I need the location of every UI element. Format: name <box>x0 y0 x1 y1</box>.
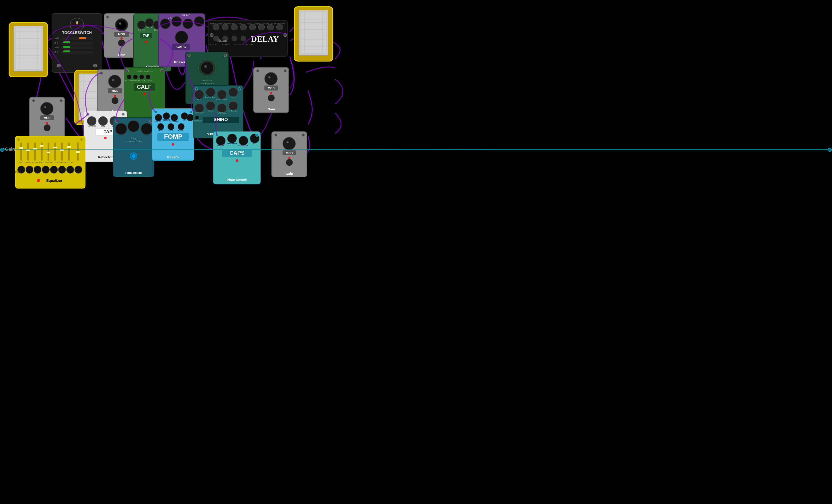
svg-text:MOD: MOD <box>118 33 125 36</box>
svg-point-293 <box>58 166 66 173</box>
svg-rect-273 <box>53 147 57 148</box>
svg-point-249 <box>236 159 238 162</box>
svg-point-113 <box>32 99 35 102</box>
svg-point-160 <box>206 94 208 96</box>
svg-point-226 <box>217 104 226 113</box>
pedal-floaty[interactable]: floaty modulation/delay remaincalm <box>113 118 154 177</box>
svg-text:avocado: avocado <box>202 79 212 81</box>
svg-point-45 <box>145 19 154 27</box>
svg-point-55 <box>160 19 170 29</box>
pedal-mod-gain-lc[interactable]: MOD Gain <box>97 70 132 115</box>
svg-point-114 <box>60 99 62 102</box>
svg-rect-268 <box>41 142 43 161</box>
svg-point-107 <box>41 102 53 115</box>
svg-text:BLEND: BLEND <box>255 23 261 25</box>
svg-point-42 <box>134 16 137 18</box>
svg-rect-19 <box>61 37 93 40</box>
svg-rect-106 <box>29 97 64 142</box>
svg-point-165 <box>268 76 270 79</box>
pedal-avocado[interactable]: avocado stutter/glitch remaincalm <box>186 52 229 104</box>
svg-point-181 <box>104 137 107 139</box>
svg-text:OFF: OFF <box>54 51 59 53</box>
pedal-phaser[interactable]: LFO SPREAD CAPS Phaser II <box>158 13 205 67</box>
svg-rect-163 <box>254 67 289 113</box>
svg-point-259 <box>275 134 277 136</box>
svg-text:DAMPING: DAMPING <box>227 142 237 144</box>
delay-brand: Bollie <box>217 38 227 43</box>
svg-point-69 <box>249 24 256 30</box>
mod-gain-lc-label: Gain <box>111 110 119 113</box>
svg-point-218 <box>217 90 226 99</box>
svg-text:LOWCUT: LOWCUT <box>195 112 204 114</box>
svg-rect-278 <box>77 142 79 161</box>
svg-rect-62 <box>172 44 190 50</box>
svg-rect-26 <box>63 51 70 52</box>
svg-text:DAMPING: DAMPING <box>170 120 178 122</box>
svg-point-85 <box>284 33 287 37</box>
phaser-label: Phaser II <box>174 60 188 64</box>
mod-gain-left-label: Gain <box>43 137 51 140</box>
svg-rect-23 <box>61 46 93 49</box>
svg-rect-215 <box>193 85 243 138</box>
svg-rect-64 <box>208 20 288 57</box>
pedal-fomp[interactable]: DECAY 1 DECAY 2 DAMPING MIX FREQ FREQ RO… <box>152 109 194 161</box>
svg-text:TAP 1: TAP 1 <box>237 23 242 25</box>
svg-point-173 <box>87 116 96 125</box>
svg-point-156 <box>201 61 213 74</box>
svg-text:LCT ON: LCT ON <box>209 44 217 46</box>
pedal-equalizer[interactable]: 100.00 200.00 400.00 1000.00 2000.00 600… <box>15 136 85 188</box>
svg-rect-139 <box>124 67 165 127</box>
eq-label: Equalizer <box>46 179 62 183</box>
svg-point-81 <box>223 36 228 41</box>
svg-text:CUT TEMP: CUT TEMP <box>244 44 254 46</box>
svg-rect-269 <box>40 145 44 147</box>
svg-point-254 <box>286 141 289 143</box>
pedal-mod-gain-rb[interactable]: MOD Gain <box>272 132 307 177</box>
svg-point-155 <box>199 59 216 77</box>
svg-text:CAPS: CAPS <box>230 150 245 156</box>
svg-rect-247 <box>222 150 252 157</box>
svg-point-111 <box>46 122 48 124</box>
svg-text:USER TEMPO: USER TEMPO <box>223 23 235 25</box>
svg-text:WET: WET <box>112 125 116 127</box>
pedal-mod-gain-right[interactable]: MOD Gain <box>254 67 289 113</box>
svg-rect-3 <box>16 28 41 69</box>
svg-point-137 <box>100 72 103 75</box>
svg-text:SHIRO: SHIRO <box>213 117 228 122</box>
svg-text:12000.00: 12000.00 <box>58 161 66 163</box>
pedal-shiro[interactable]: DECAY PREDELAY EARLY-REF MIX LOWCUT TONE… <box>192 85 243 138</box>
pedal-mod-gain-left[interactable]: MOD Gain <box>29 97 64 142</box>
svg-text:DEPTH: DEPTH <box>138 29 145 31</box>
svg-point-260 <box>302 134 305 136</box>
svg-point-224 <box>195 104 204 113</box>
svg-text:OFF: OFF <box>54 41 59 44</box>
svg-point-242 <box>250 134 259 143</box>
pedal-calf-envelope[interactable]: LDRfilter Bandpass INPUT GAIN RESPONSE A… <box>124 67 165 127</box>
svg-point-161 <box>188 54 190 57</box>
svg-point-227 <box>229 101 238 110</box>
svg-text:OFF: OFF <box>54 37 59 40</box>
svg-text:INTERVAL: INTERVAL <box>217 112 227 114</box>
svg-text:MOD/E: MOD/E <box>234 44 241 46</box>
svg-point-68 <box>240 24 246 30</box>
pedal-tremolo[interactable]: DEPTH RATE LEVEL TAP Tremolo <box>134 13 171 71</box>
svg-point-39 <box>121 37 123 39</box>
fomp-label: Reverb <box>167 155 179 159</box>
pedal-tap-reflector[interactable]: LENGTH DRY WET TAP Reflector <box>84 111 127 162</box>
svg-point-214 <box>190 111 193 113</box>
svg-point-35 <box>117 20 126 29</box>
pedal-mod-gain-top[interactable]: MOD Gain <box>104 13 139 58</box>
svg-point-192 <box>115 120 118 122</box>
svg-rect-43 <box>134 13 171 71</box>
audio-block-center <box>75 70 112 124</box>
pedal-delay[interactable]: TEMPO/MODE USER TEMPO TAP 1 TAP 2 BLEND … <box>208 20 288 57</box>
pedal-caps-plate-reverb[interactable]: DECAY DAMPING LOWPASS MIX CAPS Plate Rev… <box>213 132 260 184</box>
svg-text:ROOMSIZE: ROOMSIZE <box>192 120 202 122</box>
svg-text:200.00: 200.00 <box>25 161 31 163</box>
pedal-toggleswitch[interactable]: 🔒 TOGGLESWITCH OFF OFF OFF OFF <box>52 13 102 73</box>
svg-text:FREQ: FREQ <box>158 129 163 131</box>
svg-text:PREDELAY: PREDELAY <box>205 96 216 99</box>
svg-text:FOMP: FOMP <box>164 133 182 140</box>
svg-point-84 <box>210 33 213 37</box>
svg-point-136 <box>112 97 119 104</box>
